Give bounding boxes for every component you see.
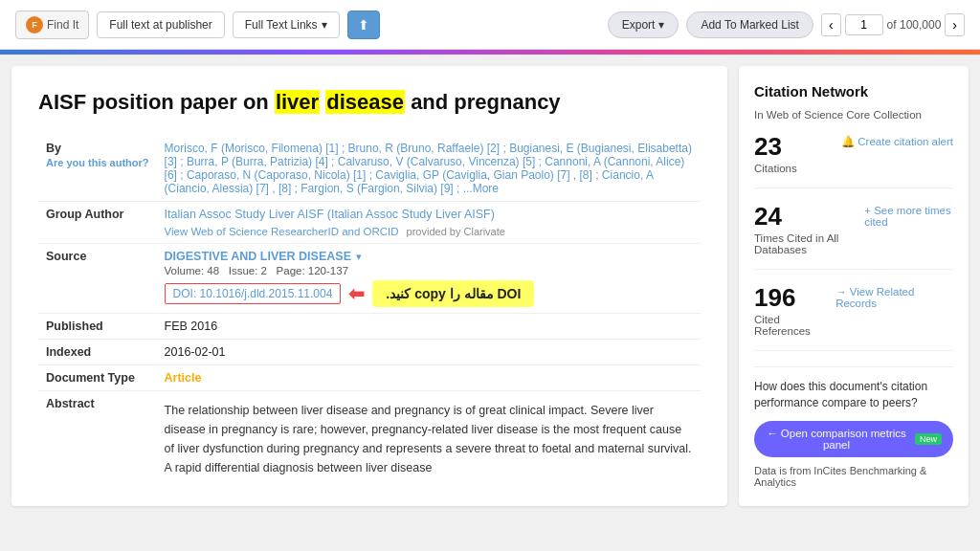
pagination-nav: ‹ of 100,000 › <box>821 13 965 36</box>
volume-text: Volume: 48 <box>165 265 220 276</box>
indexed-value-text: 2016-02-01 <box>165 345 226 359</box>
create-alert-action: 🔔 Create citation alert <box>841 132 953 148</box>
article-panel: AISF position paper on liver disease and… <box>11 66 727 506</box>
doc-type-row: Document Type Article <box>38 364 701 390</box>
provided-by-text: provided by Clarivate <box>407 226 505 237</box>
meta-table: By Are you this author? Morisco, F (Mori… <box>38 136 701 483</box>
citation-subtitle: In Web of Science Core Collection <box>754 109 953 121</box>
upload-button[interactable]: ⬆ <box>347 11 380 39</box>
source-label-text: Source <box>46 250 86 263</box>
published-value: FEB 2016 <box>157 313 701 339</box>
volume-info: Volume: 48 Issue: 2 Page: 120-137 <box>165 265 693 276</box>
open-comparison-label: ← Open comparison metrics panel <box>766 428 907 451</box>
nav-of-label: of 100,000 <box>887 18 942 32</box>
full-text-publisher-button[interactable]: Full text at publisher <box>97 11 224 38</box>
published-label: Published <box>38 313 157 339</box>
issue-text: Issue: 2 <box>229 265 267 276</box>
view-related-records-link[interactable]: → View Related Records <box>835 286 953 309</box>
published-label-text: Published <box>46 320 103 333</box>
title-after: and pregnancy <box>405 90 561 114</box>
authors-text: Morisco, F (Morisco, Filomena) [1] ; Bru… <box>165 142 692 195</box>
source-link[interactable]: DIGESTIVE AND LIVER DISEASE <box>165 250 351 263</box>
doi-value[interactable]: DOI: 10.1016/j.dld.2015.11.004 <box>165 283 342 304</box>
group-author-value: Italian Assoc Study Liver AISF (Italian … <box>157 201 701 243</box>
full-text-links-arrow-icon: ▾ <box>322 18 327 32</box>
published-row: Published FEB 2016 <box>38 313 701 339</box>
toolbar: F Find It Full text at publisher Full Te… <box>0 0 980 50</box>
citations-label: Citations <box>754 163 797 174</box>
published-value-text: FEB 2016 <box>165 320 218 333</box>
by-row: By Are you this author? Morisco, F (Mori… <box>38 136 701 202</box>
export-button[interactable]: Export ▾ <box>608 11 679 38</box>
indexed-label-text: Indexed <box>46 345 91 359</box>
times-cited-stat: 24 Times Cited in All Databases <box>754 202 864 255</box>
cited-refs-stat: 196 Cited References <box>754 283 835 337</box>
source-value: DIGESTIVE AND LIVER DISEASE ▾ Volume: 48… <box>157 243 701 313</box>
group-author-link[interactable]: Italian Assoc Study Liver AISF (Italian … <box>165 208 693 221</box>
cited-refs-label: Cited References <box>754 314 835 337</box>
citation-network-title: Citation Network <box>754 83 953 99</box>
add-to-marked-list-button[interactable]: Add To Marked List <box>686 11 813 38</box>
by-label-text: By <box>46 142 61 155</box>
indexed-row: Indexed 2016-02-01 <box>38 339 701 364</box>
times-cited-number: 24 <box>754 202 864 231</box>
source-label: Source <box>38 243 157 313</box>
source-row: Source DIGESTIVE AND LIVER DISEASE ▾ Vol… <box>38 243 701 313</box>
abstract-text: The relationship between liver disease a… <box>165 401 693 477</box>
new-badge: New <box>915 433 942 445</box>
cited-refs-number: 196 <box>754 283 835 313</box>
title-highlight-disease: disease <box>325 90 405 114</box>
citations-number: 23 <box>754 132 797 162</box>
comparison-heading: How does this document's citation perfor… <box>754 379 953 411</box>
abstract-value: The relationship between liver disease a… <box>157 390 701 483</box>
abstract-row: Abstract The relationship between liver … <box>38 390 701 483</box>
nav-page-input[interactable] <box>845 14 883 35</box>
doi-tooltip: DOI مقاله را copy کنید. <box>372 280 534 307</box>
comparison-section: How does this document's citation perfor… <box>754 366 953 488</box>
open-comparison-button[interactable]: ← Open comparison metrics panel New <box>754 421 953 457</box>
view-related-action: → View Related Records <box>835 283 953 309</box>
incites-text: Data is from InCites Benchmarking & Anal… <box>754 465 953 488</box>
authors-value: Morisco, F (Morisco, Filomena) [1] ; Bru… <box>157 136 701 202</box>
group-author-row: Group Author Italian Assoc Study Liver A… <box>38 201 701 243</box>
pages-text: Page: 120-137 <box>277 265 348 276</box>
marked-list-label: Add To Marked List <box>701 18 799 32</box>
indexed-value: 2016-02-01 <box>157 339 701 364</box>
source-name-line: DIGESTIVE AND LIVER DISEASE ▾ <box>165 250 693 263</box>
times-cited-row: 24 Times Cited in All Databases + See mo… <box>754 202 953 270</box>
group-author-label-text: Group Author <box>46 208 123 221</box>
find-it-icon: F <box>26 16 43 33</box>
see-more-times-cited-link[interactable]: + See more times cited <box>864 205 953 228</box>
indexed-label: Indexed <box>38 339 157 364</box>
doi-arrow-icon: ⬅ <box>348 282 365 305</box>
researcher-id-link[interactable]: View Web of Science ResearcherID and ORC… <box>165 226 399 237</box>
nav-prev-button[interactable]: ‹ <box>821 13 841 36</box>
create-citation-alert-link[interactable]: 🔔 Create citation alert <box>841 135 953 148</box>
toolbar-right: Export ▾ Add To Marked List ‹ of 100,000… <box>608 11 965 38</box>
source-dropdown-icon[interactable]: ▾ <box>356 251 362 262</box>
full-text-publisher-label: Full text at publisher <box>109 18 212 32</box>
doc-type-value-text: Article <box>165 371 202 385</box>
find-it-label: Find It <box>47 18 78 32</box>
times-cited-label: Times Cited in All Databases <box>754 232 864 255</box>
citations-row: 23 Citations 🔔 Create citation alert <box>754 132 953 188</box>
nav-next-button[interactable]: › <box>945 13 965 36</box>
citation-panel: Citation Network In Web of Science Core … <box>739 66 969 506</box>
find-it-button[interactable]: F Find It <box>15 11 89 39</box>
citations-stat: 23 Citations <box>754 132 797 174</box>
main-content: AISF position paper on liver disease and… <box>0 55 980 518</box>
are-you-author-link[interactable]: Are you this author? <box>46 157 149 168</box>
doi-box: DOI: 10.1016/j.dld.2015.11.004 ⬅ DOI مقا… <box>165 280 535 307</box>
cited-refs-row: 196 Cited References → View Related Reco… <box>754 283 953 351</box>
article-title: AISF position paper on liver disease and… <box>38 89 701 117</box>
export-label: Export <box>622 18 656 32</box>
export-arrow-icon: ▾ <box>658 18 664 32</box>
upload-icon: ⬆ <box>358 17 369 33</box>
group-author-label: Group Author <box>38 201 157 243</box>
title-highlight-liver: liver <box>275 90 320 114</box>
doc-type-label-text: Document Type <box>46 371 135 385</box>
title-before: AISF position paper on <box>38 90 275 114</box>
see-more-times-action: + See more times cited <box>864 202 953 228</box>
abstract-label: Abstract <box>38 390 157 483</box>
full-text-links-button[interactable]: Full Text Links ▾ <box>233 11 340 38</box>
